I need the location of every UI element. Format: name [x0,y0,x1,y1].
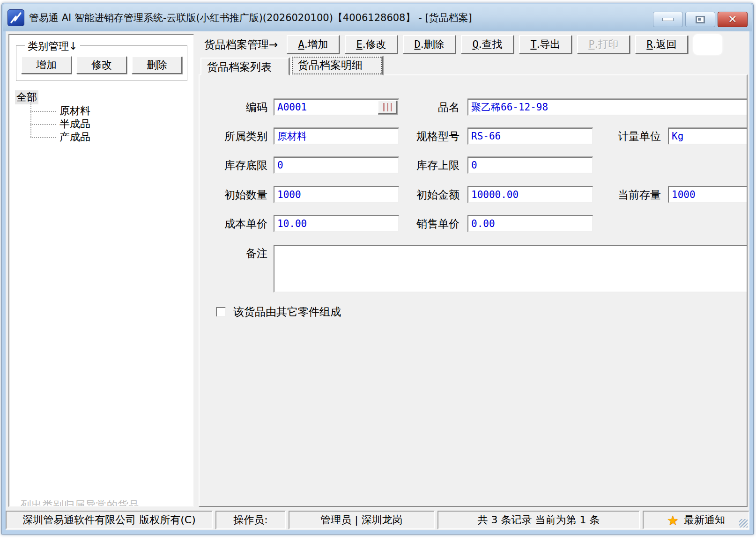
init-qty-input[interactable]: 1000 [274,186,399,203]
toolbar-delete-button[interactable]: D.删除 [403,35,456,54]
toolbar-label: 货品档案管理→ [199,37,287,52]
code-label: 编码 [207,99,267,116]
category-panel: 类别管理↓ 增加 修改 删除 全部 原材料 半成品 [8,34,194,507]
tree-node-raw-material[interactable]: 原材料 [30,104,90,117]
tree-node-finished[interactable]: 产成品 [30,131,90,144]
init-amount-label: 初始金额 [403,186,460,203]
tree-node-semi-finished[interactable]: 半成品 [30,117,90,131]
toolbar-export-button[interactable]: T.导出 [519,35,572,54]
category-input[interactable]: 原材料 [274,128,399,145]
sale-price-input[interactable]: 0.00 [467,215,593,232]
window-title: 管易通 AI 智能进销存管理系统-云联版(小红书推广版)(2026020100)… [29,11,472,24]
cost-price-label: 成本单价 [207,215,267,232]
spec-input[interactable]: RS-66 [467,128,593,145]
client-area: 类别管理↓ 增加 修改 删除 全部 原材料 半成品 [3,31,752,533]
init-amount-input[interactable]: 10000.00 [467,186,593,203]
category-add-button[interactable]: 增加 [21,56,72,74]
composed-of-parts-label: 该货品由其它零件组成 [233,305,341,319]
remark-input[interactable] [274,245,748,293]
toolbar-print-button: P.打印 [577,35,630,54]
remark-label: 备注 [207,245,267,262]
goods-detail-panel: 编码 A0001 品名 聚乙稀66-12-98 所属类别 原材料 规格型号 RS… [199,74,748,507]
init-qty-label: 初始数量 [207,186,267,203]
category-tree: 全部 原材料 半成品 产成品 [15,90,90,144]
stock-min-input[interactable]: 0 [274,157,399,174]
sale-price-label: 销售单价 [403,215,460,232]
toolbar: 货品档案管理→ A.增加 E.修改 D.删除 Q.查找 T.导出 P.打印 R.… [199,34,748,55]
composed-of-parts-checkbox[interactable] [216,307,226,317]
tree-node-all[interactable]: 全部 [15,90,38,104]
goods-archive-area: 货品档案管理→ A.增加 E.修改 D.删除 Q.查找 T.导出 P.打印 R.… [199,31,748,507]
star-icon: ★ [667,513,678,527]
picker-bars-icon [383,103,385,111]
status-copyright: 深圳管易通软件有限公司 版权所有(C) [6,511,213,529]
stock-min-label: 库存底限 [207,157,267,174]
close-button[interactable]: ✕ [718,12,748,27]
restore-icon [696,16,705,23]
toolbar-edit-button[interactable]: E.修改 [345,35,398,54]
status-operator-label: 操作员: [215,511,286,529]
resize-grip-icon[interactable] [739,519,748,527]
tab-goods-detail[interactable]: 货品档案明细 [291,56,383,75]
abnormal-category-note[interactable]: 列出类别归属异常的货品 [21,498,139,507]
status-record-count: 共 3 条记录 当前为第 1 条 [437,511,640,529]
minimize-icon [662,18,674,21]
code-picker-button[interactable] [378,100,397,114]
close-icon: ✕ [728,14,737,25]
tabstrip: 货品档案列表 货品档案明细 [200,56,748,74]
name-input[interactable]: 聚乙稀66-12-98 [467,99,748,116]
unit-input[interactable]: Kg [668,128,748,145]
unit-label: 计量单位 [605,128,661,145]
category-edit-button[interactable]: 修改 [76,56,127,74]
minimize-button[interactable] [653,12,683,27]
name-label: 品名 [403,99,460,116]
category-label: 所属类别 [207,128,267,145]
maximize-button[interactable] [685,12,715,27]
tree-connector [30,124,56,125]
cost-price-input[interactable]: 10.00 [274,215,399,232]
status-operator-value: 管理员 | 深圳龙岗 [289,511,435,529]
toolbar-find-button[interactable]: Q.查找 [461,35,514,54]
spec-label: 规格型号 [403,128,460,145]
tab-goods-list[interactable]: 货品档案列表 [200,58,289,75]
app-icon [7,9,24,26]
app-window: 管易通 AI 智能进销存管理系统-云联版(小红书推广版)(2026020100)… [1,3,754,535]
category-management-group: 类别管理↓ 增加 修改 删除 [16,45,187,81]
redacted-patch [693,34,722,55]
category-delete-button[interactable]: 删除 [132,56,182,74]
notice-label: 最新通知 [684,513,725,527]
status-notice[interactable]: ★ 最新通知 [643,511,749,529]
toolbar-add-button[interactable]: A.增加 [287,35,340,54]
category-group-title: 类别管理↓ [25,39,80,53]
stock-max-input[interactable]: 0 [467,157,593,174]
tree-connector [30,111,56,112]
current-stock-input[interactable]: 1000 [668,186,748,203]
stock-max-label: 库存上限 [403,157,460,174]
toolbar-return-button[interactable]: R.返回 [635,35,688,54]
tree-connector [30,137,56,138]
titlebar[interactable]: 管易通 AI 智能进销存管理系统-云联版(小红书推广版)(2026020100)… [3,4,752,31]
current-stock-label: 当前存量 [605,186,661,203]
statusbar: 深圳管易通软件有限公司 版权所有(C) 操作员: 管理员 | 深圳龙岗 共 3 … [6,511,749,529]
